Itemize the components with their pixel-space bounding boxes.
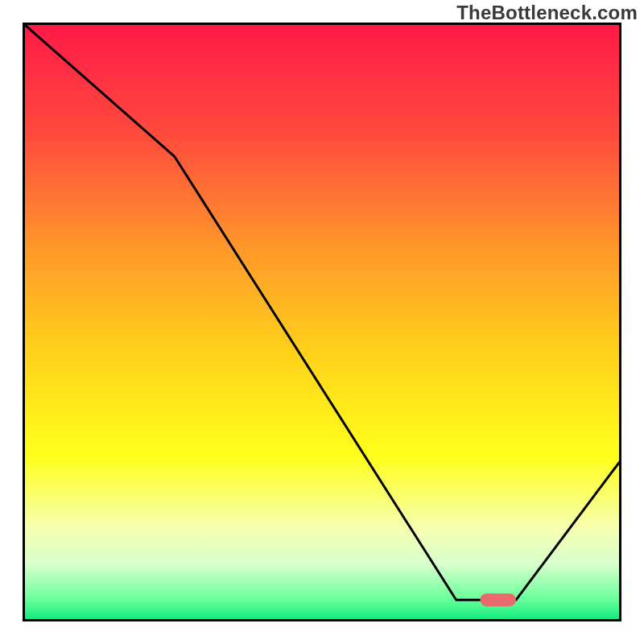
chart-container: TheBottleneck.com <box>0 0 644 644</box>
optimal-marker <box>480 593 516 606</box>
watermark-text: TheBottleneck.com <box>456 2 638 24</box>
plot-svg <box>25 25 621 621</box>
gradient-background <box>25 25 621 621</box>
plot-area <box>23 23 621 621</box>
